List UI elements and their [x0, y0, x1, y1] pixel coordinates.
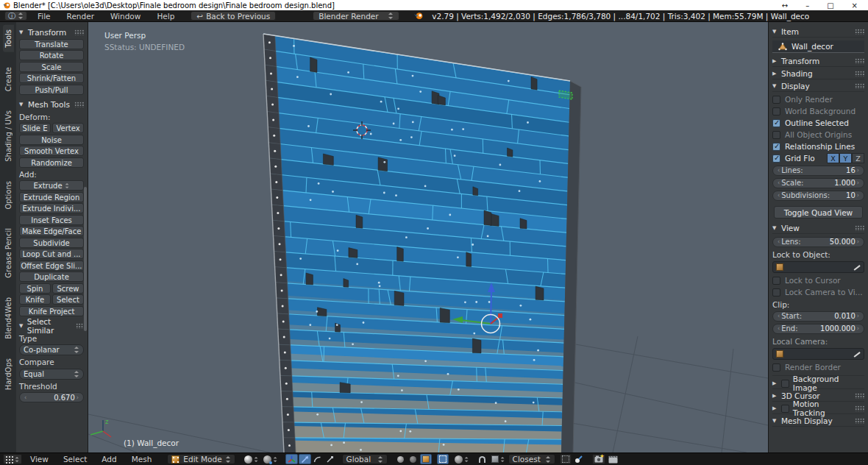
render-opengl-image-button[interactable]: ★	[592, 454, 605, 464]
manipulator-translate-button[interactable]	[299, 454, 311, 464]
panel-grip-icon[interactable]	[855, 29, 864, 35]
type-dropdown[interactable]: Co-planar	[19, 344, 84, 355]
extrude-button[interactable]: Extrude	[19, 180, 84, 191]
editor-type-button[interactable]	[3, 454, 22, 464]
outline-selected-checkbox[interactable]	[772, 119, 780, 127]
knife-project-button[interactable]: Knife Project	[19, 306, 84, 316]
background-image-checkbox[interactable]	[781, 380, 789, 388]
panel-header-item[interactable]: ▼ Item	[772, 26, 864, 38]
toggle-quad-view-button[interactable]: Toggle Quad View	[774, 206, 863, 219]
panel-header-mesh-tools[interactable]: ▼ Mesh Tools	[19, 99, 84, 110]
shrink-fatten-button[interactable]: Shrink/Fatten	[19, 73, 84, 83]
threshold-slider[interactable]: ‹ 0.670 ›	[19, 392, 84, 402]
world-background-checkbox[interactable]	[772, 107, 780, 116]
make-edge-face-button[interactable]: Make Edge/Face	[19, 226, 84, 236]
tab-options[interactable]: Options	[3, 177, 14, 214]
lock-to-object-field[interactable]	[772, 261, 864, 273]
panel-header-mesh-display[interactable]: ▼ Mesh Display	[772, 416, 864, 427]
menu-select[interactable]: Select	[57, 455, 93, 464]
viewport-3d[interactable]: z User Persp SStatus: UNDEFINED (1) Wall…	[88, 22, 768, 452]
local-camera-field[interactable]	[772, 348, 864, 360]
window-close-button[interactable]: ×	[852, 1, 858, 10]
manipulator-scale-button[interactable]	[324, 454, 336, 464]
panel-grip-icon[interactable]	[74, 29, 84, 35]
axis-z-toggle[interactable]: Z	[852, 153, 864, 163]
scale-button[interactable]: Scale	[19, 62, 84, 72]
field-right-arrow-icon[interactable]: ›	[855, 313, 861, 319]
panel-header-motion-tracking[interactable]: ▶ Motion Tracking	[772, 403, 864, 414]
field-right-arrow-icon[interactable]: ›	[855, 238, 861, 245]
tab-create[interactable]: Create	[3, 63, 14, 96]
push-pull-button[interactable]: Push/Pull	[19, 85, 84, 95]
render-opengl-animation-button[interactable]	[607, 454, 619, 464]
grid-scale-field[interactable]: ‹ Scale: 1.000 ›	[772, 178, 864, 188]
snap-target-dropdown[interactable]: Closest	[508, 454, 555, 464]
clip-end-field[interactable]: ‹ End: 1000.000 ›	[772, 324, 864, 334]
menu-mesh[interactable]: Mesh	[125, 455, 159, 464]
lock-camera-checkbox[interactable]	[772, 288, 780, 297]
field-right-arrow-icon[interactable]: ›	[855, 325, 861, 332]
all-object-origins-checkbox[interactable]	[772, 131, 780, 139]
tab-grease-pencil[interactable]: Grease Pencil	[3, 224, 14, 283]
slider-right-arrow-icon[interactable]: ›	[75, 394, 80, 401]
back-to-previous-button[interactable]: ↩ Back to Previous	[191, 11, 276, 21]
panel-header-display[interactable]: ▼ Display	[772, 81, 864, 92]
tab-tools[interactable]: Tools	[3, 25, 14, 52]
edge-select-button[interactable]	[408, 454, 419, 464]
panel-grip-icon[interactable]	[76, 323, 84, 329]
panel-grip-icon[interactable]	[855, 405, 864, 411]
motion-tracking-checkbox[interactable]	[781, 405, 789, 413]
panel-grip-icon[interactable]	[855, 83, 864, 89]
axis-x-toggle[interactable]: X	[827, 153, 839, 163]
clip-start-field[interactable]: ‹ Start: 0.010 ›	[772, 311, 864, 322]
panel-grip-icon[interactable]	[855, 58, 864, 64]
snap-peel-button[interactable]	[560, 454, 572, 464]
panel-header-view[interactable]: ▼ View	[772, 223, 864, 234]
snap-toggle-button[interactable]	[477, 454, 488, 464]
extrude-individual-button[interactable]: Extrude Indivi...	[19, 203, 84, 213]
menu-view[interactable]: View	[24, 455, 55, 464]
vertex-select-button[interactable]	[395, 454, 407, 464]
offset-edge-slide-button[interactable]: Offset Edge Sli...	[19, 260, 84, 271]
only-render-checkbox[interactable]	[772, 96, 780, 104]
field-right-arrow-icon[interactable]: ›	[855, 192, 861, 199]
window-resize-icon[interactable]: ↔	[782, 1, 788, 10]
eyedropper-icon[interactable]	[853, 263, 861, 271]
tab-blend4web[interactable]: Blend4Web	[3, 293, 14, 344]
field-left-arrow-icon[interactable]: ‹	[776, 180, 781, 186]
field-right-arrow-icon[interactable]: ›	[855, 180, 861, 186]
window-maximize-button[interactable]: □	[827, 1, 833, 10]
menu-file[interactable]: File	[32, 12, 57, 21]
object-name-field[interactable]: Wall_decor	[772, 40, 864, 53]
lock-to-cursor-checkbox[interactable]	[772, 277, 780, 285]
menu-help[interactable]: Help	[151, 12, 180, 21]
knife-button[interactable]: Knife	[19, 294, 51, 305]
compare-dropdown[interactable]: Equal	[19, 369, 84, 380]
knife-select-button[interactable]: Select	[52, 294, 84, 305]
orientation-dropdown[interactable]: Global	[342, 454, 388, 464]
editor-type-info-button[interactable]: ⓘ	[4, 11, 27, 21]
field-left-arrow-icon[interactable]: ‹	[776, 325, 781, 332]
grid-lines-field[interactable]: ‹ Lines: 16 ›	[772, 166, 864, 176]
extrude-region-button[interactable]: Extrude Region	[19, 192, 84, 202]
panel-grip-icon[interactable]	[855, 71, 864, 77]
panel-grip-icon[interactable]	[74, 102, 84, 107]
manipulator-toggle-button[interactable]	[285, 454, 298, 464]
noise-button[interactable]: Noise	[19, 135, 84, 145]
panel-header-background-image[interactable]: ▶ Background Image	[772, 378, 864, 389]
window-minimize-button[interactable]: –	[805, 1, 809, 10]
slider-left-arrow-icon[interactable]: ‹	[23, 394, 28, 401]
field-left-arrow-icon[interactable]: ‹	[776, 167, 781, 174]
grid-floor-checkbox[interactable]	[772, 155, 780, 163]
proportional-edit-dropdown[interactable]	[453, 454, 471, 464]
panel-header-shading[interactable]: ▶ Shading	[772, 68, 864, 79]
slide-vertex-button[interactable]: Vertex	[52, 123, 84, 133]
panel-header-select-similar[interactable]: ▼ Select Similar	[19, 321, 84, 332]
pivot-point-dropdown[interactable]	[262, 454, 280, 464]
slide-edge-button[interactable]: Slide E	[19, 123, 51, 133]
render-border-checkbox[interactable]	[772, 363, 780, 372]
eyedropper-icon[interactable]	[853, 350, 861, 358]
spin-button[interactable]: Spin	[19, 283, 51, 294]
face-select-button[interactable]	[420, 454, 432, 464]
tool-shelf-scrollbar[interactable]	[84, 187, 87, 331]
